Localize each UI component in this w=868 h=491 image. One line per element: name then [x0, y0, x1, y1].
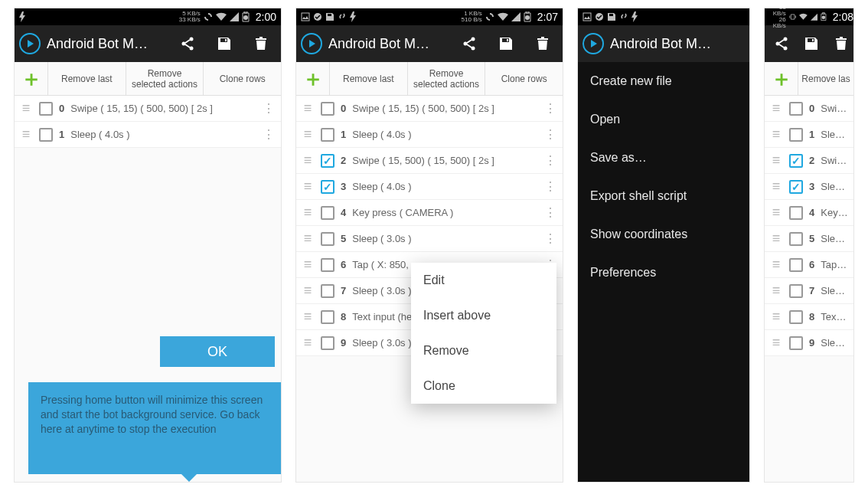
drawer-item[interactable]: Show coordinates: [578, 215, 750, 254]
drag-handle-icon[interactable]: ≡: [301, 257, 315, 273]
share-button[interactable]: [454, 28, 485, 59]
row-overflow-button[interactable]: ⋮: [543, 231, 558, 246]
drag-handle-icon[interactable]: ≡: [301, 309, 315, 325]
context-menu-item[interactable]: Insert above: [411, 298, 556, 333]
remove-selected-button[interactable]: Remove selected actions: [408, 62, 486, 95]
action-row[interactable]: ≡1Sleep ( 4.0s )⋮: [296, 122, 563, 148]
row-checkbox[interactable]: [789, 310, 803, 324]
add-action-button[interactable]: ＋: [15, 62, 48, 95]
drag-handle-icon[interactable]: ≡: [301, 283, 315, 299]
remove-last-button[interactable]: Remove las: [798, 62, 853, 95]
action-row[interactable]: ≡2Swipe (: [765, 148, 853, 174]
drawer-item[interactable]: Preferences: [578, 254, 750, 292]
row-overflow-button[interactable]: ⋮: [543, 127, 558, 142]
row-checkbox[interactable]: [789, 102, 803, 116]
row-overflow-button[interactable]: ⋮: [543, 205, 558, 220]
action-row[interactable]: ≡5Sleep ( 3.0s )⋮: [296, 226, 563, 252]
row-checkbox[interactable]: [789, 154, 803, 168]
context-menu-item[interactable]: Clone: [411, 368, 556, 404]
row-checkbox[interactable]: [789, 232, 803, 246]
drawer-item[interactable]: Open: [578, 100, 750, 139]
drawer-item[interactable]: Save as…: [578, 139, 750, 177]
ok-button[interactable]: OK: [160, 336, 275, 367]
drawer-item[interactable]: Create new file: [578, 62, 750, 100]
add-action-button[interactable]: ＋: [765, 62, 798, 95]
row-overflow-button[interactable]: ⋮: [261, 127, 276, 142]
action-row[interactable]: ≡9Sleep (: [765, 330, 853, 356]
delete-button[interactable]: [246, 28, 276, 59]
row-checkbox[interactable]: [321, 232, 334, 246]
row-checkbox[interactable]: [321, 206, 334, 220]
clone-rows-button[interactable]: Clone rows: [485, 62, 563, 95]
row-checkbox[interactable]: [321, 102, 334, 116]
action-row[interactable]: ≡4Key press ( CAMERA )⋮: [296, 200, 563, 226]
clone-rows-button[interactable]: Clone rows: [204, 62, 281, 95]
row-checkbox[interactable]: [789, 284, 803, 298]
delete-button[interactable]: [527, 28, 558, 59]
drag-handle-icon[interactable]: ≡: [769, 205, 783, 221]
context-menu-item[interactable]: Remove: [411, 333, 556, 368]
drag-handle-icon[interactable]: ≡: [769, 335, 783, 351]
drag-handle-icon[interactable]: ≡: [301, 152, 315, 169]
row-overflow-button[interactable]: ⋮: [543, 153, 558, 168]
row-overflow-button[interactable]: ⋮: [261, 101, 276, 116]
remove-last-button[interactable]: Remove last: [48, 62, 126, 95]
remove-last-button[interactable]: Remove last: [330, 62, 408, 95]
row-checkbox[interactable]: [321, 258, 334, 272]
action-row[interactable]: ≡0Swipe ( 15, 15) ( 500, 500) [ 2s ]⋮: [296, 96, 563, 122]
action-row[interactable]: ≡4Key pre: [765, 200, 853, 226]
drag-handle-icon[interactable]: ≡: [301, 126, 315, 142]
row-checkbox[interactable]: [321, 284, 334, 298]
drag-handle-icon[interactable]: ≡: [769, 283, 783, 299]
drag-handle-icon[interactable]: ≡: [769, 126, 783, 142]
action-row[interactable]: ≡6Tap ( X:: [765, 252, 853, 278]
action-row[interactable]: ≡3Sleep (: [765, 174, 853, 200]
row-checkbox[interactable]: [789, 180, 803, 194]
drag-handle-icon[interactable]: ≡: [769, 231, 783, 247]
row-checkbox[interactable]: [321, 336, 334, 350]
share-button[interactable]: [769, 28, 793, 59]
row-checkbox[interactable]: [321, 128, 334, 142]
drawer-item[interactable]: Export shell script: [578, 177, 750, 215]
action-row[interactable]: ≡7Sleep (: [765, 278, 853, 304]
drag-handle-icon[interactable]: ≡: [769, 100, 783, 116]
action-row[interactable]: ≡1Sleep (: [765, 122, 853, 148]
save-button[interactable]: [799, 28, 823, 59]
remove-selected-button[interactable]: Remove selected actions: [126, 62, 204, 95]
row-overflow-button[interactable]: ⋮: [543, 101, 558, 116]
context-menu-item[interactable]: Edit: [411, 263, 556, 298]
row-checkbox[interactable]: [789, 258, 803, 272]
row-overflow-button[interactable]: ⋮: [543, 179, 558, 194]
action-row[interactable]: ≡0Swipe ( 15, 15) ( 500, 500) [ 2s ]⋮: [15, 96, 281, 122]
drag-handle-icon[interactable]: ≡: [769, 309, 783, 325]
drag-handle-icon[interactable]: ≡: [769, 257, 783, 273]
drag-handle-icon[interactable]: ≡: [769, 152, 783, 169]
share-button[interactable]: [172, 28, 203, 59]
row-checkbox[interactable]: [321, 310, 334, 324]
save-button[interactable]: [209, 28, 240, 59]
row-checkbox[interactable]: [39, 128, 53, 142]
action-row[interactable]: ≡1Sleep ( 4.0s )⋮: [15, 122, 281, 148]
delete-button[interactable]: [830, 28, 853, 59]
action-row[interactable]: ≡5Sleep (: [765, 226, 853, 252]
row-checkbox[interactable]: [321, 154, 334, 168]
row-checkbox[interactable]: [39, 102, 53, 116]
row-checkbox[interactable]: [789, 206, 803, 220]
row-checkbox[interactable]: [789, 336, 803, 350]
drag-handle-icon[interactable]: ≡: [19, 126, 33, 142]
drag-handle-icon[interactable]: ≡: [769, 178, 783, 195]
row-checkbox[interactable]: [321, 180, 334, 194]
action-row[interactable]: ≡2Swipe ( 15, 500) ( 15, 500) [ 2s ]⋮: [296, 148, 563, 174]
drag-handle-icon[interactable]: ≡: [301, 231, 315, 247]
action-row[interactable]: ≡8Text inp: [765, 304, 853, 330]
action-row[interactable]: ≡3Sleep ( 4.0s )⋮: [296, 174, 563, 200]
drag-handle-icon[interactable]: ≡: [301, 335, 315, 351]
row-checkbox[interactable]: [789, 128, 803, 142]
action-row[interactable]: ≡0Swipe (: [765, 96, 853, 122]
add-action-button[interactable]: ＋: [296, 62, 330, 95]
drag-handle-icon[interactable]: ≡: [301, 178, 315, 195]
save-button[interactable]: [491, 28, 521, 59]
drag-handle-icon[interactable]: ≡: [19, 100, 33, 116]
drag-handle-icon[interactable]: ≡: [301, 100, 315, 116]
drag-handle-icon[interactable]: ≡: [301, 205, 315, 221]
